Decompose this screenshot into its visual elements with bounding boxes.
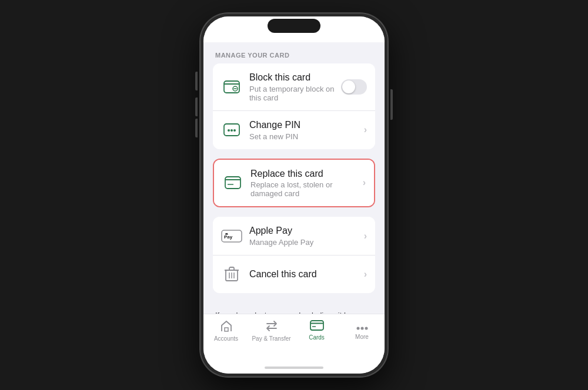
more-label: More (355, 334, 369, 340)
apple-pay-text: Apple Pay Manage Apple Pay (249, 225, 359, 247)
list-item-change-pin[interactable]: Change PIN Set a new PIN › (213, 111, 375, 149)
block-card-text: Block this card Put a temporary block on… (249, 72, 336, 102)
block-card-icon (221, 76, 242, 98)
dynamic-island (268, 19, 320, 33)
block-card-title: Block this card (249, 72, 336, 84)
apple-pay-icon: Pay (221, 226, 242, 247)
accounts-label: Accounts (214, 335, 238, 342)
accounts-icon (220, 320, 233, 334)
pay-transfer-icon (265, 320, 279, 334)
apple-pay-subtitle: Manage Apple Pay (249, 238, 359, 247)
card-list-2: Pay Apple Pay Manage Apple Pay › (213, 217, 375, 293)
svg-point-22 (356, 327, 359, 330)
svg-point-23 (360, 327, 363, 330)
replace-card-text: Replace this card Replace a lost, stolen… (250, 168, 358, 199)
replace-card-subtitle: Replace a lost, stolen or damaged card (250, 180, 358, 198)
cards-label: Cards (309, 334, 325, 341)
replace-card-icon (222, 172, 243, 193)
home-indicator (203, 362, 385, 374)
apple-pay-title: Apple Pay (249, 225, 359, 237)
change-pin-chevron: › (364, 125, 367, 135)
change-pin-title: Change PIN (249, 119, 359, 132)
svg-rect-8 (225, 177, 240, 189)
list-item-cancel-card[interactable]: Cancel this card › (213, 255, 375, 293)
change-pin-text: Change PIN Set a new PIN (249, 119, 359, 141)
tab-more[interactable]: More (339, 319, 385, 340)
list-item-replace-card[interactable]: Replace this card Replace a lost, stolen… (214, 160, 374, 207)
phone-screen: MANAGE YOUR CARD Bl (203, 16, 385, 374)
cards-icon (310, 320, 324, 332)
svg-point-5 (228, 129, 230, 132)
pin-icon (221, 119, 242, 140)
pay-transfer-label: Pay & Transfer (252, 335, 290, 342)
cancel-card-text: Cancel this card (249, 268, 359, 281)
more-icon (356, 320, 368, 332)
tab-bar: Accounts Pay & Transfer (203, 314, 385, 362)
change-pin-subtitle: Set a new PIN (249, 132, 359, 141)
tab-cards[interactable]: Cards (294, 319, 339, 341)
replace-card-title: Replace this card (250, 168, 358, 180)
replace-card-container[interactable]: Replace this card Replace a lost, stolen… (213, 159, 375, 208)
info-text: If you have lost your card or believe it… (213, 302, 375, 314)
home-bar (265, 367, 323, 369)
section-title: MANAGE YOUR CARD (213, 52, 375, 59)
svg-point-24 (365, 327, 368, 330)
svg-point-7 (233, 129, 236, 132)
card-list: Block this card Put a temporary block on… (213, 63, 375, 149)
list-item-block-card[interactable]: Block this card Put a temporary block on… (213, 63, 375, 111)
svg-rect-19 (310, 321, 323, 330)
apple-pay-chevron: › (364, 231, 367, 241)
replace-card-chevron: › (363, 177, 366, 188)
cancel-card-chevron: › (364, 269, 367, 280)
svg-point-6 (230, 129, 233, 132)
svg-rect-18 (225, 328, 228, 331)
scroll-area[interactable]: MANAGE YOUR CARD Bl (203, 42, 385, 314)
screen-content: MANAGE YOUR CARD Bl (203, 16, 385, 374)
block-card-subtitle: Put a temporary block on this card (249, 85, 336, 102)
block-card-toggle[interactable] (341, 79, 367, 95)
cancel-card-title: Cancel this card (249, 268, 359, 281)
phone-frame: MANAGE YOUR CARD Bl (200, 13, 388, 377)
tab-accounts[interactable]: Accounts (203, 319, 249, 342)
svg-text:Pay: Pay (224, 234, 233, 240)
tab-pay-transfer[interactable]: Pay & Transfer (249, 319, 294, 342)
cancel-card-icon (221, 264, 242, 285)
list-item-apple-pay[interactable]: Pay Apple Pay Manage Apple Pay › (213, 217, 375, 255)
